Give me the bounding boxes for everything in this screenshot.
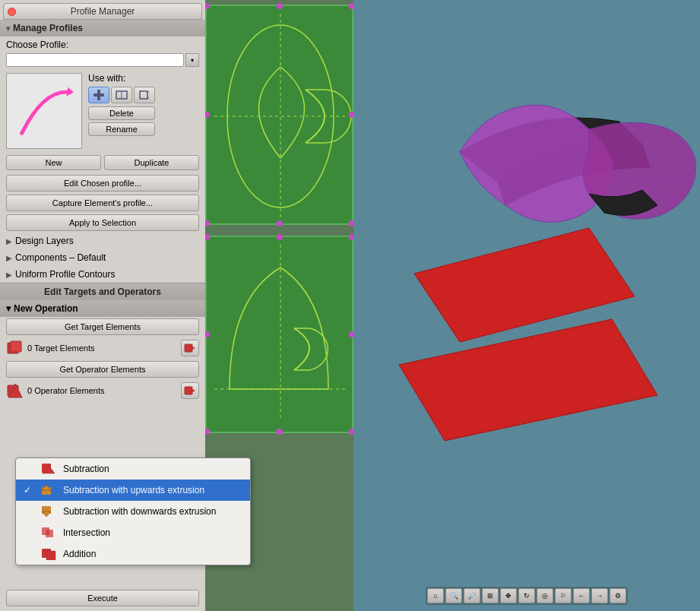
profile-manager-title: Profile Manager (71, 6, 135, 17)
preview-bottom (205, 236, 353, 433)
delete-rename-btns: Delete Rename (88, 106, 155, 136)
new-dup-row: New Duplicate (0, 152, 205, 173)
svg-rect-25 (46, 551, 55, 560)
duplicate-btn[interactable]: Duplicate (104, 155, 199, 170)
preview-bottom-svg (207, 237, 355, 435)
addition-label: Addition (63, 549, 96, 559)
svg-rect-14 (185, 387, 192, 394)
viewport-tool-fit[interactable]: ⊞ (482, 588, 499, 603)
manage-profiles-header[interactable]: ▾ Manage Profiles (0, 20, 205, 36)
viewport-tool-pan[interactable]: ✥ (500, 588, 517, 603)
edit-targets-bar: Edit Targets and Operators (0, 283, 205, 300)
viewport-tool-walk[interactable]: ⚐ (555, 588, 572, 603)
components-default-item[interactable]: ▶ Components – Default (0, 249, 205, 266)
manage-profiles-arrow: ▾ (6, 24, 10, 33)
design-layers-item[interactable]: ▶ Design Layers (0, 233, 205, 249)
get-operator-elements-btn[interactable]: Get Operator Elements (6, 361, 199, 378)
components-default-label: Components – Default (15, 252, 106, 263)
manage-profiles-label: Manage Profiles (13, 23, 83, 33)
apply-to-selection-btn[interactable]: Apply to Selection (6, 214, 199, 231)
components-default-arrow: ▶ (6, 254, 12, 262)
operator-elements-row: 0 Operator Elements (0, 379, 205, 402)
window-close-btn[interactable] (8, 8, 16, 16)
new-operation-arrow: ▾ (6, 303, 11, 314)
left-panel: Profile Manager ▾ Manage Profiles Choose… (0, 0, 205, 611)
subtraction-downwards-label: Subtraction with downwards extrusion (63, 506, 216, 517)
use-with-section: Use with: Delete Rename (88, 73, 155, 149)
subtraction-upwards-check: ✓ (24, 485, 34, 495)
new-operation-label: New Operation (14, 303, 78, 314)
subtraction-icon (40, 462, 57, 476)
subtraction-upwards-icon (40, 483, 57, 497)
corner-tm-b (277, 234, 283, 240)
operator-count-label: 0 Operator Elements (27, 386, 178, 395)
svg-marker-0 (66, 87, 74, 97)
target-elements-row: 0 Target Elements (0, 337, 205, 359)
uniform-profile-contours-arrow: ▶ (6, 271, 12, 279)
target-count-label: 0 Target Elements (27, 343, 178, 353)
subtraction-upwards-label: Subtraction with upwards extrusion (63, 485, 204, 495)
choose-profile-row: Choose Profile: (0, 36, 205, 53)
uniform-profile-contours-label: Uniform Profile Contours (15, 269, 115, 280)
use-with-label: Use with: (88, 73, 155, 84)
corner-bm-b (277, 429, 283, 435)
dropdown-item-subtraction-upwards[interactable]: ✓ Subtraction with upwards extrusion (16, 480, 250, 501)
rename-btn[interactable]: Rename (88, 122, 155, 136)
profile-canvas-svg (7, 74, 81, 148)
target-icon (6, 340, 24, 356)
profile-canvas (6, 73, 82, 149)
svg-rect-9 (11, 341, 21, 352)
new-operation-header[interactable]: ▾ New Operation (0, 300, 205, 317)
target-elements-right-btn[interactable] (181, 340, 199, 356)
viewport-tool-orbit[interactable]: ◎ (537, 588, 553, 603)
operator-icon (6, 382, 24, 399)
profile-input[interactable] (6, 53, 184, 67)
edit-targets-label: Edit Targets and Operators (44, 287, 161, 297)
dropdown-item-subtraction[interactable]: Subtraction (16, 458, 250, 480)
viewport-tool-home[interactable]: ⌂ (427, 588, 444, 603)
operation-dropdown-menu: Subtraction ✓ Subtraction with upwards e… (15, 457, 251, 565)
operator-elements-right-btn[interactable] (181, 382, 199, 399)
subtraction-downwards-icon (40, 505, 57, 518)
choose-profile-label: Choose Profile: (6, 40, 68, 50)
intersection-label: Intersection (63, 527, 110, 538)
profile-preview-area: Use with: Delete Rename (0, 70, 205, 152)
viewport-tool-forward[interactable]: → (591, 588, 608, 603)
viewport-tool-back[interactable]: ← (573, 588, 590, 603)
svg-rect-5 (140, 91, 147, 99)
profile-manager-titlebar: Profile Manager (3, 3, 202, 20)
execute-btn[interactable]: Execute (6, 590, 199, 606)
capture-elements-profile-btn[interactable]: Capture Element's profile... (6, 195, 199, 211)
svg-marker-15 (192, 389, 195, 392)
intersection-icon (40, 526, 57, 540)
delete-btn[interactable]: Delete (88, 106, 155, 120)
preview-top-svg (207, 6, 355, 226)
use-with-wall-btn[interactable] (111, 87, 132, 103)
viewport-3d[interactable]: ⌂ 🔍 🔎 ⊞ ✥ ↻ ◎ ⚐ ← → ⚙ (353, 0, 700, 611)
dropdown-item-intersection[interactable]: Intersection (16, 522, 250, 543)
viewport-tool-rotate[interactable]: ↻ (518, 588, 535, 603)
profile-dropdown-btn[interactable]: ▾ (185, 53, 199, 67)
new-btn[interactable]: New (6, 155, 101, 170)
scene-3d-svg (353, 0, 700, 611)
design-layers-arrow: ▶ (6, 237, 12, 245)
choose-profile-input-row: ▾ (0, 53, 205, 70)
use-with-road-btn[interactable] (88, 87, 109, 103)
uniform-profile-contours-item[interactable]: ▶ Uniform Profile Contours (0, 266, 205, 283)
dropdown-item-addition[interactable]: Addition (16, 543, 250, 565)
addition-icon (40, 547, 57, 561)
viewport-toolbar: ⌂ 🔍 🔎 ⊞ ✥ ↻ ◎ ⚐ ← → ⚙ (426, 587, 628, 605)
edit-chosen-profile-btn[interactable]: Edit Chosen profile... (6, 175, 199, 192)
design-layers-label: Design Layers (15, 236, 74, 246)
viewport-tool-settings[interactable]: ⚙ (610, 588, 626, 603)
svg-rect-10 (185, 344, 192, 352)
viewport-tool-zoom-out[interactable]: 🔎 (464, 588, 480, 603)
viewport-tool-zoom-in[interactable]: 🔍 (445, 588, 462, 603)
dropdown-item-subtraction-downwards[interactable]: Subtraction with downwards extrusion (16, 501, 250, 522)
svg-rect-2 (97, 90, 100, 100)
use-with-icons (88, 87, 155, 103)
svg-marker-21 (42, 511, 51, 517)
corner-tm (277, 3, 283, 9)
get-target-elements-btn[interactable]: Get Target Elements (6, 318, 199, 335)
use-with-object-btn[interactable] (134, 87, 155, 103)
